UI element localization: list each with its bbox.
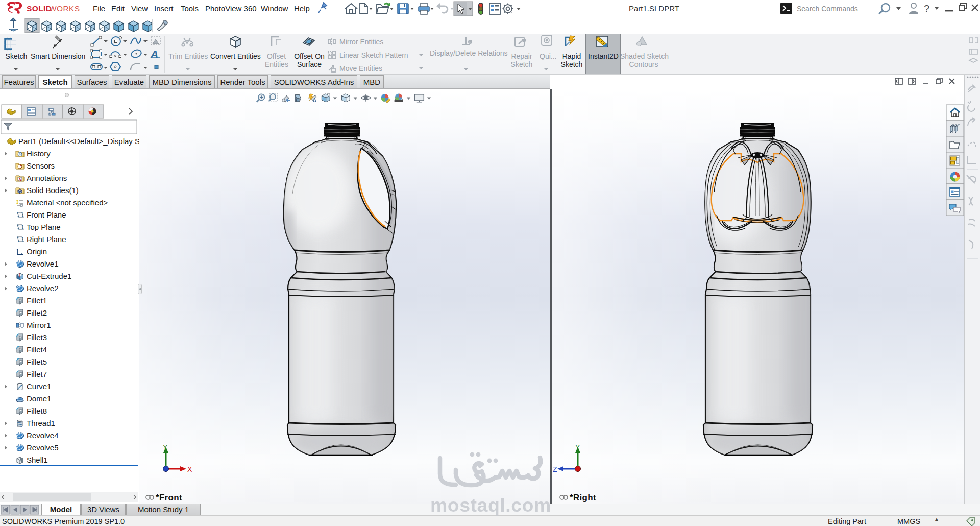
svg-text:WORKS: WORKS	[49, 4, 80, 13]
svg-text:X: X	[187, 465, 192, 473]
svg-text:?: ?	[924, 3, 929, 14]
svg-text:Z: Z	[553, 465, 557, 473]
svg-text:A: A	[313, 98, 317, 103]
svg-text:Y: Y	[575, 443, 580, 451]
svg-text:A: A	[19, 178, 21, 181]
svg-text:SOLID: SOLID	[27, 4, 52, 13]
svg-text:*Front: *Front	[156, 493, 182, 503]
svg-text:Y: Y	[163, 443, 168, 451]
svg-text:*Right: *Right	[570, 493, 596, 503]
